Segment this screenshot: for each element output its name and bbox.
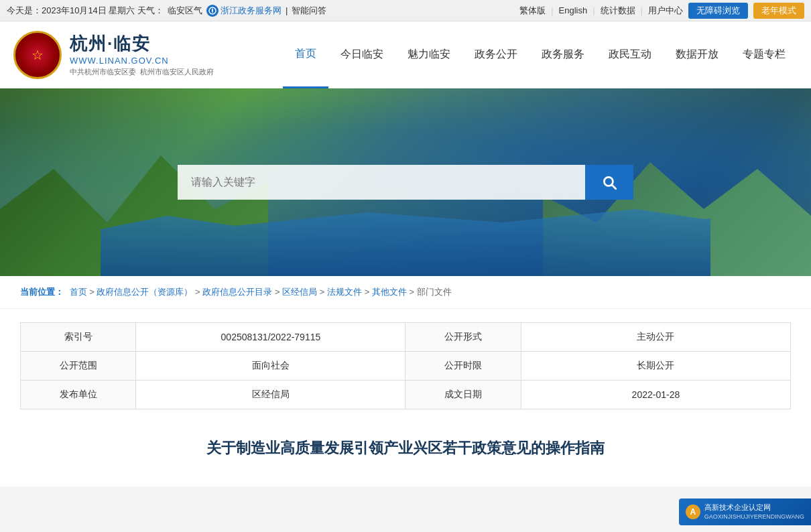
statistics-link[interactable]: 统计数据: [601, 5, 635, 17]
traditional-link[interactable]: 繁体版: [519, 5, 546, 17]
nav-item-today[interactable]: 今日临安: [328, 21, 395, 88]
breadcrumb-item-1[interactable]: 政府信息公开（资源库）: [97, 287, 192, 297]
table-row-1: 索引号 002508131/2022-79115 公开形式 主动公开: [21, 323, 791, 352]
nav-item-charm[interactable]: 魅力临安: [395, 21, 462, 88]
breadcrumb-item-2[interactable]: 政府信息公开目录: [202, 287, 272, 297]
table-row-3: 发布单位 区经信局 成文日期 2022-01-28: [21, 381, 791, 409]
value-doc-date: 2022-01-28: [521, 381, 790, 409]
weather-area: 临安区气: [168, 5, 202, 17]
nav-item-home[interactable]: 首页: [283, 21, 328, 88]
logo-desc: 中共杭州市临安区委 杭州市临安区人民政府: [70, 67, 214, 77]
breadcrumb-label: 当前位置：: [20, 287, 64, 297]
label-open-duration: 公开时限: [406, 352, 521, 381]
label-open-scope: 公开范围: [21, 352, 136, 381]
nav-item-special[interactable]: 专题专栏: [731, 21, 798, 88]
header: ☆ 杭州·临安 WWW.LINAN.GOV.CN 中共杭州市临安区委 杭州市临安…: [0, 21, 811, 88]
main-nav: 首页 今日临安 魅力临安 政务公开 政务服务 政民互动 数据开放 专题专栏: [241, 21, 798, 88]
nav-item-gov-service[interactable]: 政务服务: [529, 21, 597, 88]
label-index: 索引号: [21, 323, 136, 352]
nav-item-data-open[interactable]: 数据开放: [664, 21, 731, 88]
value-open-duration: 长期公开: [521, 352, 790, 381]
english-link[interactable]: English: [559, 5, 588, 15]
breadcrumb-item-6: 部门文件: [417, 287, 452, 297]
label-open-form: 公开形式: [406, 323, 521, 352]
search-icon: [601, 174, 618, 191]
smart-qa-link[interactable]: 智能问答: [292, 5, 326, 17]
search-input[interactable]: [178, 165, 585, 200]
zhejiang-icon: [206, 5, 219, 17]
value-index: 002508131/2022-79115: [136, 323, 406, 352]
search-button[interactable]: [585, 165, 633, 200]
content-section: 索引号 002508131/2022-79115 公开形式 主动公开 公开范围 …: [0, 309, 811, 486]
logo-area: ☆ 杭州·临安 WWW.LINAN.GOV.CN 中共杭州市临安区委 杭州市临安…: [13, 31, 241, 79]
table-row-2: 公开范围 面向社会 公开时限 长期公开: [21, 352, 791, 381]
value-open-scope: 面向社会: [136, 352, 406, 381]
elderly-button[interactable]: 老年模式: [753, 3, 804, 19]
breadcrumb-item-0[interactable]: 首页: [70, 287, 87, 297]
label-publisher: 发布单位: [21, 381, 136, 409]
breadcrumb-item-4[interactable]: 法规文件: [327, 287, 362, 297]
emblem-symbol: ☆: [32, 47, 44, 63]
nav-item-interaction[interactable]: 政民互动: [597, 21, 664, 88]
emblem: ☆: [13, 31, 62, 79]
breadcrumb: 当前位置： 首页 > 政府信息公开（资源库） > 政府信息公开目录 > 区经信局…: [20, 286, 791, 298]
zhejiang-label: 浙江政务服务网: [221, 5, 282, 17]
user-center-link[interactable]: 用户中心: [648, 5, 683, 17]
logo-subtitle: WWW.LINAN.GOV.CN: [70, 56, 214, 66]
logo-text: 杭州·临安 WWW.LINAN.GOV.CN 中共杭州市临安区委 杭州市临安区人…: [70, 32, 214, 77]
top-bar-right: 繁体版 | English | 统计数据 | 用户中心 无障碍浏览 老年模式: [519, 3, 804, 19]
value-open-form: 主动公开: [521, 323, 790, 352]
nav-item-gov-open[interactable]: 政务公开: [462, 21, 529, 88]
breadcrumb-section: 当前位置： 首页 > 政府信息公开（资源库） > 政府信息公开目录 > 区经信局…: [0, 276, 811, 309]
search-box: [178, 165, 633, 200]
hero-banner: [0, 88, 811, 276]
page-title: 关于制造业高质量发展引领产业兴区若干政策意见的操作指南: [20, 436, 791, 460]
top-bar: 今天是：2023年10月14日 星期六 天气： 临安区气 浙江政务服务网 | 智…: [0, 0, 811, 21]
accessible-button[interactable]: 无障碍浏览: [688, 3, 748, 19]
logo-title: 杭州·临安: [70, 32, 214, 56]
label-doc-date: 成文日期: [406, 381, 521, 409]
info-table: 索引号 002508131/2022-79115 公开形式 主动公开 公开范围 …: [20, 322, 791, 409]
page-title-area: 关于制造业高质量发展引领产业兴区若干政策意见的操作指南: [20, 429, 791, 466]
top-bar-left: 今天是：2023年10月14日 星期六 天气： 临安区气 浙江政务服务网 | 智…: [7, 5, 326, 17]
breadcrumb-item-5[interactable]: 其他文件: [372, 287, 407, 297]
breadcrumb-item-3[interactable]: 区经信局: [282, 287, 317, 297]
zhejiang-link[interactable]: 浙江政务服务网: [206, 5, 282, 17]
date-label: 今天是：2023年10月14日 星期六 天气：: [7, 5, 164, 17]
value-publisher: 区经信局: [136, 381, 406, 409]
logo-title-text: 杭州·临安: [70, 34, 151, 54]
